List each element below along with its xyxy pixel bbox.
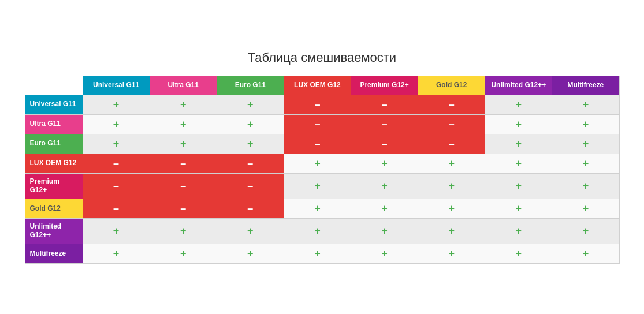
cell-0-6: + — [485, 95, 552, 114]
cell-7-0: + — [83, 244, 150, 263]
cell-6-2: + — [217, 218, 284, 244]
cell-3-3: + — [284, 154, 351, 173]
corner-cell — [25, 76, 83, 95]
cell-4-2: – — [217, 173, 284, 199]
cell-5-4: + — [351, 199, 418, 218]
cell-3-0: – — [83, 154, 150, 173]
cell-5-7: + — [552, 199, 619, 218]
col-header-gold: Gold G12 — [418, 76, 485, 95]
cell-7-4: + — [351, 244, 418, 263]
cell-0-0: + — [83, 95, 150, 114]
cell-7-1: + — [150, 244, 217, 263]
table-row: Gold G12–––+++++ — [25, 199, 619, 218]
col-header-premium: Premium G12+ — [351, 76, 418, 95]
cell-4-6: + — [485, 173, 552, 199]
table-row: Multifreeze++++++++ — [25, 244, 619, 263]
cell-6-0: + — [83, 218, 150, 244]
cell-2-2: + — [217, 134, 284, 154]
table-row: Universal G11+++–––++ — [25, 95, 619, 114]
cell-5-2: – — [217, 199, 284, 218]
cell-1-6: + — [485, 114, 552, 134]
row-header-0: Universal G11 — [25, 95, 83, 114]
cell-4-0: – — [83, 173, 150, 199]
cell-4-5: + — [418, 173, 485, 199]
cell-6-5: + — [418, 218, 485, 244]
cell-6-6: + — [485, 218, 552, 244]
cell-1-1: + — [150, 114, 217, 134]
cell-7-5: + — [418, 244, 485, 263]
cell-2-0: + — [83, 134, 150, 154]
table-row: Euro G11+++–––++ — [25, 134, 619, 154]
col-header-multi: Multifreeze — [552, 76, 619, 95]
row-header-4: Premium G12+ — [25, 173, 83, 199]
cell-1-4: – — [351, 114, 418, 134]
col-header-universal: Universal G11 — [83, 76, 150, 95]
cell-4-4: + — [351, 173, 418, 199]
cell-5-0: – — [83, 199, 150, 218]
compatibility-table: Universal G11Ultra G11Euro G11LUX OEM G1… — [25, 76, 620, 264]
cell-1-5: – — [418, 114, 485, 134]
cell-5-6: + — [485, 199, 552, 218]
cell-2-3: – — [284, 134, 351, 154]
table-row: Premium G12+–––+++++ — [25, 173, 619, 199]
cell-7-3: + — [284, 244, 351, 263]
page-title: Таблица смешиваемости — [25, 50, 620, 65]
cell-7-7: + — [552, 244, 619, 263]
cell-1-2: + — [217, 114, 284, 134]
row-header-7: Multifreeze — [25, 244, 83, 263]
row-header-2: Euro G11 — [25, 134, 83, 154]
cell-4-1: – — [150, 173, 217, 199]
row-header-3: LUX OEM G12 — [25, 154, 83, 173]
page-wrapper: Таблица смешиваемости Universal G11Ultra… — [19, 39, 626, 275]
table-row: Ultra G11+++–––++ — [25, 114, 619, 134]
cell-3-6: + — [485, 154, 552, 173]
cell-7-2: + — [217, 244, 284, 263]
cell-4-7: + — [552, 173, 619, 199]
cell-5-5: + — [418, 199, 485, 218]
cell-3-5: + — [418, 154, 485, 173]
col-header-euro: Euro G11 — [217, 76, 284, 95]
table-row: Unlimited G12++++++++++ — [25, 218, 619, 244]
cell-1-3: – — [284, 114, 351, 134]
row-header-5: Gold G12 — [25, 199, 83, 218]
cell-3-1: – — [150, 154, 217, 173]
row-header-6: Unlimited G12++ — [25, 218, 83, 244]
cell-0-1: + — [150, 95, 217, 114]
cell-1-7: + — [552, 114, 619, 134]
col-header-unlimited: Unlimited G12++ — [485, 76, 552, 95]
cell-6-7: + — [552, 218, 619, 244]
cell-2-6: + — [485, 134, 552, 154]
col-header-lux: LUX OEM G12 — [284, 76, 351, 95]
cell-0-4: – — [351, 95, 418, 114]
cell-5-3: + — [284, 199, 351, 218]
cell-0-7: + — [552, 95, 619, 114]
cell-2-5: – — [418, 134, 485, 154]
cell-0-3: – — [284, 95, 351, 114]
cell-2-4: – — [351, 134, 418, 154]
cell-5-1: – — [150, 199, 217, 218]
cell-3-2: – — [217, 154, 284, 173]
cell-0-5: – — [418, 95, 485, 114]
cell-1-0: + — [83, 114, 150, 134]
cell-7-6: + — [485, 244, 552, 263]
cell-3-7: + — [552, 154, 619, 173]
table-row: LUX OEM G12–––+++++ — [25, 154, 619, 173]
cell-0-2: + — [217, 95, 284, 114]
cell-2-1: + — [150, 134, 217, 154]
cell-2-7: + — [552, 134, 619, 154]
col-header-ultra: Ultra G11 — [150, 76, 217, 95]
cell-4-3: + — [284, 173, 351, 199]
row-header-1: Ultra G11 — [25, 114, 83, 134]
cell-6-1: + — [150, 218, 217, 244]
cell-3-4: + — [351, 154, 418, 173]
cell-6-4: + — [351, 218, 418, 244]
cell-6-3: + — [284, 218, 351, 244]
